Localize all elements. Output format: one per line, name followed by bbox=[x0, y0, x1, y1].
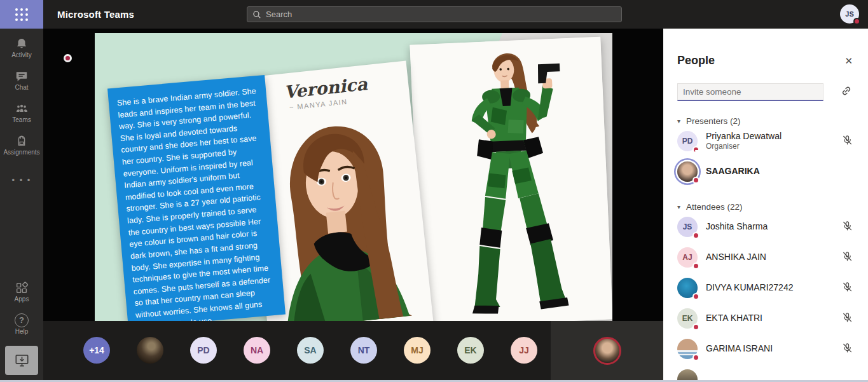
mic-off-icon bbox=[842, 221, 853, 231]
presence-busy-dot bbox=[692, 293, 699, 300]
participant-avatar[interactable]: JJ bbox=[511, 337, 537, 364]
avatar: EK bbox=[677, 308, 698, 329]
shared-content-slide: Veronica ~ MANYA JAIN She is bbox=[95, 33, 612, 321]
user-avatar[interactable]: JS bbox=[840, 4, 859, 24]
sidebar-item-help[interactable]: ? Help bbox=[0, 313, 43, 335]
mute-participant-button[interactable] bbox=[841, 341, 854, 357]
presence-busy-dot bbox=[692, 177, 699, 184]
more-apps-button[interactable]: • • • bbox=[12, 175, 32, 185]
search-input[interactable]: Search bbox=[247, 6, 622, 22]
participant-name: GARIMA ISRANI bbox=[706, 343, 773, 355]
participant-role: Organiser bbox=[706, 142, 782, 151]
top-bar: Microsoft Teams Search JS bbox=[0, 0, 868, 29]
participant-row[interactable]: DIVYA KUMARI27242 bbox=[677, 273, 854, 303]
avatar-speaking bbox=[677, 161, 698, 182]
description-card: She is a brave Indian army soldier. She … bbox=[107, 75, 286, 321]
presence-busy-dot bbox=[692, 263, 699, 269]
avatar: PD bbox=[677, 131, 698, 151]
search-icon bbox=[252, 10, 261, 19]
avatar-photo bbox=[677, 278, 698, 298]
presence-busy-dot bbox=[692, 324, 699, 331]
sidebar-item-teams[interactable]: Teams bbox=[0, 102, 43, 123]
sidebar-item-apps[interactable]: Apps bbox=[0, 281, 43, 303]
self-avatar bbox=[593, 337, 621, 365]
apps-icon bbox=[15, 281, 29, 295]
participant-name: SAAGARIKA bbox=[706, 166, 760, 177]
avatar-photo bbox=[677, 339, 698, 359]
participant-avatar[interactable]: NA bbox=[244, 337, 270, 364]
attendees-section-header[interactable]: ▾ Attendees (22) bbox=[677, 202, 854, 212]
participant-avatar[interactable]: NT bbox=[350, 337, 377, 364]
overflow-count-avatar[interactable]: +14 bbox=[83, 337, 110, 364]
mic-off-icon bbox=[842, 312, 853, 323]
teams-people-icon bbox=[14, 102, 29, 116]
participant-avatar[interactable]: SA bbox=[297, 337, 324, 364]
close-icon: ✕ bbox=[844, 55, 853, 66]
mic-off-icon bbox=[842, 251, 853, 262]
avatar: JS bbox=[677, 217, 698, 237]
close-panel-button[interactable]: ✕ bbox=[843, 55, 854, 67]
link-icon bbox=[840, 85, 853, 97]
participant-name: Priyanka Dewatwal bbox=[706, 131, 782, 142]
chevron-down-icon: ▾ bbox=[677, 118, 680, 125]
presence-busy-dot bbox=[853, 18, 860, 25]
mute-participant-button[interactable] bbox=[841, 250, 854, 266]
mic-off-icon bbox=[842, 282, 853, 292]
presence-busy-dot bbox=[692, 232, 699, 239]
sidebar-item-assignments[interactable]: Assignments bbox=[0, 134, 43, 156]
meeting-stage: Veronica ~ MANYA JAIN She is bbox=[43, 29, 663, 321]
participant-row[interactable]: EK EKTA KHATRI bbox=[677, 303, 854, 334]
assignments-backpack-icon bbox=[15, 134, 29, 148]
waffle-icon bbox=[15, 8, 28, 21]
character-description: She is a brave Indian army soldier. She … bbox=[116, 85, 278, 321]
soldier-full-body-illustration bbox=[410, 37, 612, 321]
participant-avatar[interactable]: MJ bbox=[404, 337, 431, 364]
participant-row-partial[interactable] bbox=[677, 364, 854, 380]
app-launcher-button[interactable] bbox=[0, 0, 43, 29]
participant-row[interactable]: JS Joshita Sharma bbox=[677, 212, 854, 242]
user-initials: JS bbox=[845, 10, 853, 18]
help-icon: ? bbox=[15, 313, 29, 327]
participant-row[interactable]: SAAGARIKA bbox=[677, 156, 854, 187]
presenters-section-header[interactable]: ▾ Presenters (2) bbox=[677, 116, 854, 126]
mute-participant-button[interactable] bbox=[841, 311, 854, 327]
chevron-down-icon: ▾ bbox=[677, 203, 680, 210]
presence-dnd-dot bbox=[692, 146, 699, 153]
participant-avatar[interactable]: PD bbox=[190, 337, 217, 364]
sidebar-item-activity[interactable]: Activity bbox=[0, 37, 43, 58]
participant-name: EKTA KHATRI bbox=[706, 313, 762, 324]
chat-icon bbox=[15, 69, 29, 83]
sidebar-item-chat[interactable]: Chat bbox=[0, 69, 43, 91]
mute-participant-button[interactable] bbox=[841, 133, 854, 149]
download-desktop-icon bbox=[13, 352, 31, 369]
participant-name: DIVYA KUMARI27242 bbox=[706, 282, 793, 294]
get-desktop-app-button[interactable] bbox=[5, 346, 38, 375]
recording-indicator bbox=[64, 54, 72, 62]
activity-bell-icon bbox=[15, 37, 29, 51]
participant-row[interactable]: AJ ANSHIKA JAIN bbox=[677, 242, 854, 273]
participant-name: Joshita Sharma bbox=[706, 221, 768, 233]
more-icon: • • • bbox=[12, 175, 32, 185]
app-title: Microsoft Teams bbox=[57, 9, 134, 20]
mute-participant-button[interactable] bbox=[841, 219, 854, 235]
mute-participant-button[interactable] bbox=[841, 280, 854, 296]
participants-bar: +14 PD NA SA NT MJ EK JJ bbox=[43, 321, 663, 380]
mic-off-icon bbox=[842, 135, 853, 146]
avatar-photo bbox=[677, 369, 698, 380]
participant-avatar[interactable]: EK bbox=[457, 337, 484, 364]
participant-row[interactable]: GARIMA ISRANI bbox=[677, 334, 854, 364]
search-placeholder: Search bbox=[266, 10, 292, 19]
panel-title: People bbox=[677, 54, 715, 67]
mic-off-icon bbox=[842, 343, 853, 353]
participant-row[interactable]: PD Priyanka Dewatwal Organiser bbox=[677, 126, 854, 156]
people-panel: People ✕ ▾ Presenters (2) PD Priyanka De… bbox=[663, 29, 868, 380]
participant-name: ANSHIKA JAIN bbox=[706, 252, 766, 263]
self-video-tile[interactable] bbox=[551, 321, 663, 380]
left-rail: Activity Chat Teams Assignments • • • Ap… bbox=[0, 29, 43, 380]
presence-busy-dot bbox=[692, 354, 699, 361]
participant-avatar-photo[interactable] bbox=[137, 337, 163, 364]
copy-meeting-link-button[interactable] bbox=[839, 83, 854, 101]
soldier-illustration-card bbox=[410, 37, 612, 321]
invite-someone-input[interactable] bbox=[677, 83, 823, 101]
avatar: AJ bbox=[677, 247, 698, 268]
